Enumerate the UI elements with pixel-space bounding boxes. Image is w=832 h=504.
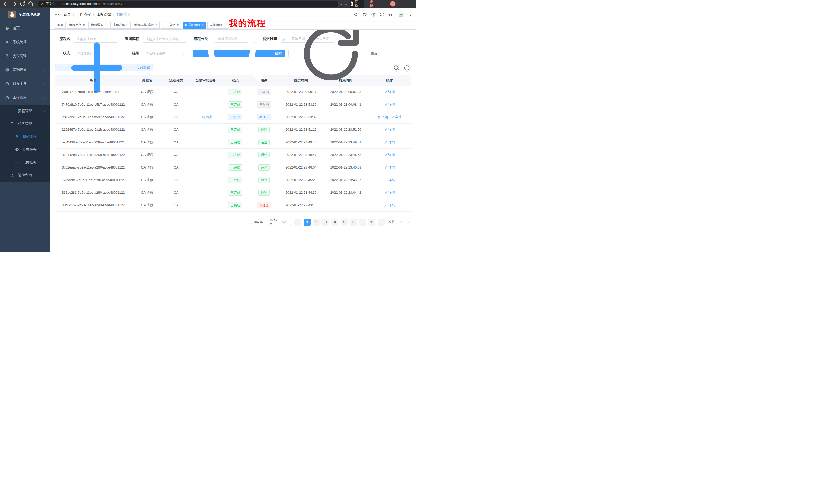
browser-chrome: 不安全 dashboard.yudao.iocoder.cn/bpm/task/… <box>0 0 416 8</box>
page-size-select[interactable]: 10条/页 <box>267 219 291 226</box>
back-icon <box>3 1 9 7</box>
page-button-11[interactable]: 11 <box>368 219 375 226</box>
detail-link[interactable]: 详情 <box>384 178 395 183</box>
close-icon[interactable]: × <box>224 24 226 26</box>
sidebar-item-done-task[interactable]: 已办任务 <box>0 156 50 169</box>
edit-icon <box>384 203 387 207</box>
cancel-link[interactable]: 取消 <box>378 115 388 119</box>
close-icon[interactable]: × <box>177 24 179 26</box>
detail-link[interactable]: 详情 <box>384 102 395 107</box>
breadcrumb-item[interactable]: 任务管理 <box>97 12 111 17</box>
github-icon[interactable] <box>362 12 367 17</box>
sidebar-item-infrastructure[interactable]: 基础设施 <box>0 63 50 77</box>
avatar[interactable] <box>397 10 405 18</box>
detail-link[interactable]: 详情 <box>384 128 395 132</box>
status-badge: 已完成 <box>228 102 242 108</box>
app-logo-row[interactable]: 芋道管理系统 <box>0 8 50 21</box>
sidebar-item-process-mgmt[interactable]: 流程管理 <box>0 105 50 117</box>
tab-user-group[interactable]: 用户分组× <box>161 22 181 29</box>
bookmark-star-icon[interactable] <box>345 2 347 6</box>
sidebar-item-system[interactable]: 系统管理 <box>0 35 50 49</box>
close-icon[interactable]: × <box>126 24 128 26</box>
fullscreen-icon[interactable] <box>380 12 384 17</box>
detail-link[interactable]: 详情 <box>384 165 395 170</box>
sidebar-item-home[interactable]: 首页 <box>0 21 50 35</box>
close-icon[interactable]: × <box>202 24 204 26</box>
cell-current-task <box>190 199 222 212</box>
process-id-input[interactable] <box>143 35 187 43</box>
close-icon[interactable]: × <box>104 24 106 26</box>
header-search-icon[interactable] <box>354 12 358 17</box>
browser-back-button[interactable] <box>3 1 9 7</box>
browser-forward-button[interactable] <box>11 1 18 7</box>
close-icon[interactable]: × <box>83 24 85 26</box>
start-process-button[interactable]: 发起流程 <box>55 64 153 72</box>
detail-link[interactable]: 详情 <box>384 190 395 195</box>
sidebar-item-task-mgmt[interactable]: 任务管理 <box>0 117 50 130</box>
cell-process-name: OA 请假 <box>132 111 162 123</box>
font-size-icon[interactable]: TT <box>389 12 393 17</box>
tags-view: 首页流程定义×流程模型×流程表单×流程表单-编辑×用户分组×我的流程×发起流程× <box>50 21 416 30</box>
sidebar-item-payment[interactable]: ¥支付管理 <box>0 49 50 63</box>
close-icon[interactable]: × <box>155 24 157 26</box>
tab-process-form[interactable]: 流程表单× <box>110 22 131 29</box>
prev-page-button[interactable] <box>294 219 301 226</box>
cell-submit-time: 2022-01-22 23:43:16 <box>279 199 323 212</box>
browser-home-button[interactable] <box>27 1 34 7</box>
tab-start-process[interactable]: 发起流程× <box>207 22 228 29</box>
help-question-icon[interactable] <box>371 12 375 17</box>
sidebar-fold-icon[interactable] <box>54 12 59 17</box>
detail-link[interactable]: 详情 <box>384 203 395 207</box>
sidebar-item-todo-task[interactable]: 待办任务 <box>0 143 50 156</box>
page-button-6[interactable]: 6 <box>350 219 357 226</box>
cell-actions: 详情 <box>368 174 411 186</box>
cell-id: 52ffd28e-7b9a-11ec-a290-acde48001122 <box>55 174 132 186</box>
page-button-1[interactable]: 1 <box>304 219 311 226</box>
sidebar-item-leave-query[interactable]: 请假查询 <box>0 169 50 181</box>
next-page-button[interactable] <box>378 219 385 226</box>
page-button-4[interactable]: 4 <box>331 219 338 226</box>
search-icon <box>393 64 400 72</box>
page-button-3[interactable]: 3 <box>322 219 329 226</box>
avatar-caret-down-icon[interactable] <box>409 13 412 16</box>
action-label: 详情 <box>388 152 395 157</box>
chevron-down-icon <box>43 82 46 85</box>
cell-submit-time: 2022-01-22 23:53:35 <box>279 98 323 111</box>
sidebar-item-workflow[interactable]: 工作流程 <box>0 91 50 105</box>
page-button-5[interactable]: 5 <box>341 219 347 226</box>
sidebar-menu: 首页系统管理¥支付管理基础设施研发工具工作流程流程管理任务管理我的流程待办任务已… <box>0 21 50 181</box>
cell-category: OA <box>162 98 190 111</box>
tab-my-process[interactable]: 我的流程× <box>183 22 206 29</box>
detail-link[interactable]: 详情 <box>384 140 395 145</box>
breadcrumb-item[interactable]: 首页 <box>63 12 71 17</box>
tab-process-form-edit[interactable]: 流程表单-编辑× <box>132 22 159 29</box>
toggle-search-button[interactable] <box>393 64 400 72</box>
chevron-up-icon <box>43 122 46 125</box>
sidebar-item-my-process[interactable]: 我的流程 <box>0 130 50 143</box>
calendar-icon <box>283 37 286 40</box>
tab-process-definition[interactable]: 流程定义× <box>67 22 87 29</box>
detail-link[interactable]: 详情 <box>384 90 395 94</box>
pager-ellipsis[interactable]: ••• <box>359 219 366 226</box>
tab-process-model[interactable]: 流程模型× <box>88 22 109 29</box>
refresh-list-button[interactable] <box>403 64 411 72</box>
tab-home[interactable]: 首页 <box>55 22 66 29</box>
action-label: 详情 <box>388 128 395 132</box>
search-button[interactable]: 搜索 <box>192 50 285 57</box>
breadcrumb-item[interactable]: 工作流程 <box>76 12 91 17</box>
status-badge: 已完成 <box>228 177 242 183</box>
reset-button[interactable]: 重置 <box>288 50 381 57</box>
detail-link[interactable]: 详情 <box>391 115 401 119</box>
current-task-link[interactable]: 一级审批 <box>199 115 212 119</box>
address-bar[interactable]: 不安全 dashboard.yudao.iocoder.cn/bpm/task/… <box>37 1 338 7</box>
cell-status: 已完成 <box>222 199 249 212</box>
key-icon[interactable] <box>340 2 342 6</box>
column-header: 流程分类 <box>162 75 190 86</box>
detail-link[interactable]: 详情 <box>384 152 395 157</box>
jump-page-input[interactable] <box>397 219 406 226</box>
warning-icon <box>41 2 44 6</box>
page-button-2[interactable]: 2 <box>313 219 320 226</box>
browser-reload-button[interactable] <box>19 1 26 7</box>
result-select[interactable]: 请选择流结果 <box>143 50 187 57</box>
sidebar-item-dev-tools[interactable]: 研发工具 <box>0 77 50 91</box>
